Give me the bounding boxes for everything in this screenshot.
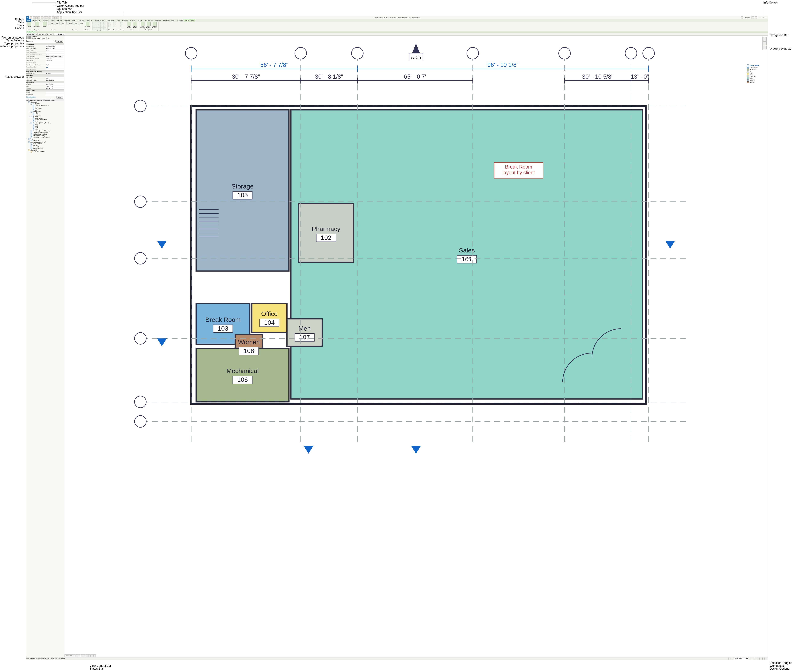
tree-item[interactable]: Site [30,109,63,111]
ribbon-tool[interactable] [98,27,101,30]
tree-item[interactable]: –Sheets (all) [26,149,64,151]
properties-panel-tab[interactable]: Properties [26,33,35,36]
property-row[interactable]: Top Offset-2' 6 3/4" [26,60,64,62]
property-group[interactable]: Identity Data [26,90,64,91]
ribbon-tab[interactable]: DiRootsOne [143,19,154,22]
floor-plan-canvas[interactable]: Storage105Break Room103Office104Women108… [64,36,768,466]
tree-item[interactable]: –Floor Plans [28,103,63,104]
property-value[interactable] [46,94,64,96]
ribbon-tool[interactable] [92,25,95,27]
tree-item[interactable]: Mezzanine [30,108,63,109]
ribbon-tool[interactable] [120,25,123,27]
expand-icon[interactable]: – [26,138,28,140]
ribbon-tool[interactable] [104,25,106,27]
property-value[interactable]: 661.66 CF [46,88,64,90]
ribbon-tool[interactable] [53,22,56,24]
ribbon-tool[interactable] [95,22,98,24]
ribbon-tab[interactable]: eTLipse [176,19,184,22]
property-row[interactable]: Structural UsageNon-bearing [26,79,64,81]
sign-in-button[interactable]: Sign In [744,17,750,18]
property-row[interactable]: Base Offset0' 0" [26,49,64,51]
tree-item[interactable]: –Views (all) [26,101,64,103]
property-row[interactable]: Area1443.61 SF [26,85,64,87]
property-value[interactable] [46,51,64,53]
tree-item[interactable]: Sections (Wall Section) [28,133,63,135]
ribbon-tab[interactable]: View [115,19,121,22]
tree-item[interactable]: Section Perspective [30,119,63,120]
ribbon-tool[interactable] [120,22,123,24]
shadows-icon[interactable] [81,654,83,657]
view-scale[interactable]: 1/8" = 1'-0" [65,655,73,656]
crop-region-icon[interactable] [86,654,88,657]
reveal-hidden-icon[interactable] [91,654,93,657]
property-row[interactable]: Base is Attached [26,51,64,53]
ribbon-tab[interactable]: Manage [121,19,129,22]
ribbon-tool[interactable] [98,25,101,27]
ribbon-tool[interactable]: Detach Top/Base [152,22,157,28]
ribbon-tool[interactable]: Properties [34,22,40,27]
property-row[interactable]: Related to Mass [26,68,64,70]
minimize-button[interactable]: — [759,16,762,19]
ribbon-tab[interactable]: Systems [63,19,71,22]
ribbon-tool[interactable] [98,22,101,24]
search-icon[interactable] [741,16,743,19]
property-row[interactable]: Base ConstraintFinished Floor [26,47,64,49]
ribbon-tool[interactable] [78,22,80,24]
qat-button[interactable] [55,16,57,19]
property-value[interactable] [46,91,64,94]
tree-item[interactable]: How Do I [28,144,63,146]
property-group[interactable]: Structural [26,75,64,77]
drawing-window[interactable]: Storage105Break Room103Office104Women108… [64,36,768,657]
expand-icon[interactable]: – [29,116,30,117]
property-value[interactable]: Wall Centerline [46,45,64,47]
tree-item[interactable]: South [30,127,63,128]
tree-item[interactable]: North [30,125,63,127]
favorites-icon[interactable] [752,16,754,19]
qat-button[interactable] [49,16,51,19]
tree-item[interactable]: Level 1 [30,106,63,108]
property-value[interactable]: Finished Floor [46,47,64,49]
qat-button[interactable] [33,16,35,19]
close-icon[interactable]: ✕ [53,34,54,35]
nav-pan-icon[interactable] [763,42,766,45]
property-row[interactable]: Top is Attached [26,62,64,64]
tree-item[interactable]: Mezzanine [30,114,63,116]
edit-type-button[interactable]: Edit Type [56,40,63,43]
tree-item[interactable]: Sheet List [28,146,63,148]
qat-button[interactable] [43,16,46,19]
checkbox-icon[interactable] [46,66,48,68]
background-processes-icon[interactable] [765,658,767,660]
tree-item[interactable]: Enlarged Toilet Rooms [30,104,63,106]
tree-item[interactable]: –Legends [26,138,64,140]
app-icon[interactable]: R [26,16,29,19]
ribbon-tab[interactable]: Steel [50,19,56,22]
tree-item[interactable]: Toilet Accessories [28,148,63,149]
property-value[interactable] [46,77,64,79]
ribbon-tool[interactable]: Edit Profile [126,22,131,28]
editable-only-icon[interactable] [731,658,733,660]
property-row[interactable]: Top Extension Distance0' 0" [26,64,64,66]
property-value[interactable]: Vertical [46,73,64,75]
tree-item[interactable]: Detail Views (Detail) [28,135,63,136]
property-value[interactable] [46,66,64,68]
tree-item[interactable]: Sections (Building Section) [28,132,63,133]
qat-button[interactable] [35,16,38,19]
expand-icon[interactable]: – [26,141,28,143]
property-row[interactable]: Length67' 10 1/32" [26,83,64,85]
property-row[interactable]: Base Extension Distance0' 0" [26,53,64,56]
property-row[interactable]: Room Bounding [26,66,64,68]
tree-item[interactable]: Cover Sheet [30,117,63,119]
tree-item[interactable]: –Ceiling Plans [28,111,63,112]
apply-button[interactable]: Apply [56,96,63,99]
ribbon-tab[interactable]: Massing & Site [93,19,106,22]
ribbon-tool[interactable]: Attach Top/Base [146,22,151,28]
qat-button[interactable] [30,16,32,19]
ribbon-tool[interactable] [113,25,116,27]
property-value[interactable]: 0' 0" [46,64,64,66]
ribbon-tab[interactable]: Insert [71,19,77,22]
ribbon-tool[interactable]: Paste [42,22,48,27]
select-pinned-icon[interactable] [755,658,757,660]
workset-icon[interactable] [728,658,731,660]
ribbon-tool[interactable] [66,22,69,24]
ribbon-tool[interactable]: Reset Profile [132,22,138,28]
